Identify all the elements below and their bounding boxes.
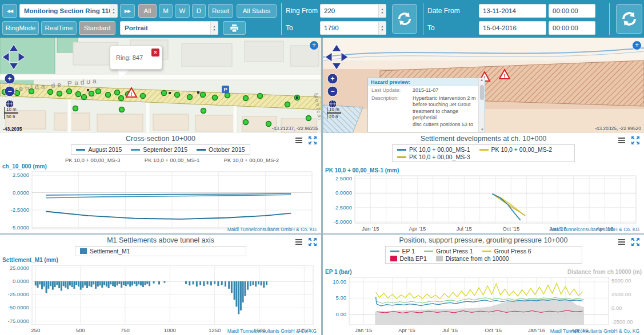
pan-down-arrow[interactable] <box>9 63 18 70</box>
select-spinner-icon[interactable]: ▲▼ <box>110 5 117 17</box>
ring-popup-text: Ring: 847 <box>116 54 143 61</box>
legend-item[interactable]: Settlement_M1 <box>80 248 130 255</box>
next-section-button[interactable]: ▶▶ <box>120 4 135 18</box>
realtime-button[interactable]: RealTime <box>41 21 77 35</box>
orientation-select[interactable]: Portrait ▲▼ <box>120 21 218 35</box>
map-pan-control[interactable]: + − <box>1 43 26 110</box>
chart-menu-icon[interactable] <box>294 136 303 145</box>
ringmode-button[interactable]: RingMode <box>2 21 39 35</box>
pan-right-arrow[interactable] <box>18 53 25 62</box>
refresh-icon <box>397 11 413 27</box>
chart-menu-icon[interactable] <box>617 237 626 247</box>
svg-text:-50.0000: -50.0000 <box>7 304 29 310</box>
range-week-button[interactable]: W <box>175 4 190 18</box>
svg-text:5000.00: 5000.00 <box>611 277 631 284</box>
popup-scrollbar[interactable]: ▲▼ <box>478 78 485 132</box>
hazard-popup-title: Hazard preview: <box>368 78 485 86</box>
map-expand-button[interactable]: + <box>632 41 642 50</box>
ring-from-label: Ring From <box>286 7 318 15</box>
chart-panel-cross-section: Cross-section 10+000 August 2015Septembe… <box>0 133 321 233</box>
legend-item[interactable]: September 2015 <box>131 146 187 153</box>
map-pan-control[interactable]: + − <box>324 43 349 110</box>
refresh-ring-button[interactable] <box>392 4 417 34</box>
date-from-input[interactable] <box>479 4 546 18</box>
legend-item[interactable]: Grout Press 1 <box>424 248 473 255</box>
pan-left-arrow[interactable] <box>325 53 332 62</box>
chart-panel-pressures: Position, support pressure, grouting pre… <box>323 235 644 335</box>
svg-text:−: − <box>7 87 11 95</box>
chart-expand-icon[interactable] <box>631 136 640 145</box>
chart-menu-icon[interactable] <box>294 237 303 247</box>
legend-item[interactable]: EP 1 <box>390 248 415 255</box>
svg-text:0.00: 0.00 <box>336 311 347 317</box>
legend-item[interactable]: August 2015 <box>76 146 122 153</box>
chart-expand-icon[interactable] <box>631 237 640 247</box>
chart-plot[interactable]: 25.00000.0000-25.0000-50.0000-75.0000250… <box>0 256 321 335</box>
section-select[interactable]: Monitoring Section Ring 110 ▲▼ <box>19 4 118 18</box>
time-from-input[interactable] <box>549 4 595 18</box>
pan-up-arrow[interactable] <box>332 45 341 51</box>
close-icon[interactable]: ✕ <box>151 49 159 56</box>
chart-title: Settlement developments at ch. 10+000 <box>323 135 644 143</box>
reset-button[interactable]: Reset <box>208 4 233 18</box>
select-spinner-icon[interactable]: ▲▼ <box>210 22 218 34</box>
date-to-input[interactable] <box>479 21 546 35</box>
time-to-input[interactable] <box>549 21 595 35</box>
range-month-button[interactable]: M <box>159 4 173 18</box>
ring-from-spinner-icon[interactable]: ▲▼ <box>378 5 386 17</box>
svg-text:PK 10,0 + 00,00_MS-2: PK 10,0 + 00,00_MS-2 <box>224 157 279 163</box>
svg-text:250: 250 <box>31 327 40 333</box>
legend-item[interactable]: PK 10,0 + 00,00_MS-1 <box>397 146 470 153</box>
standard-button[interactable]: Standard <box>79 21 115 35</box>
maps-row: Avenida de Padua Montcal <box>0 38 644 133</box>
legend-item[interactable]: PK 10,0 + 00,00_MS-2 <box>479 146 553 153</box>
svg-text:-25.0000: -25.0000 <box>7 291 29 297</box>
refresh-date-button[interactable] <box>616 4 642 34</box>
prev-section-button[interactable]: ◀◀ <box>2 4 17 18</box>
map-corner-value: -43.2035 <box>3 126 22 132</box>
ring-from-field[interactable]: ▲▼ <box>320 4 386 18</box>
chart-expand-icon[interactable] <box>308 136 317 145</box>
pan-up-arrow[interactable] <box>9 45 18 51</box>
legend-item[interactable]: October 2015 <box>197 146 245 153</box>
map-expand-button[interactable]: + <box>309 41 319 50</box>
chart-plot[interactable]: 10.005.000.005000.002500.000.00-2500.00J… <box>323 264 644 335</box>
pan-down-arrow[interactable] <box>332 63 341 70</box>
svg-text:0.0000: 0.0000 <box>13 278 29 284</box>
pan-left-arrow[interactable] <box>2 53 9 62</box>
ring-from-input[interactable] <box>320 4 386 18</box>
description-value: Hyperbaric Intervention 2 m before touch… <box>413 95 477 128</box>
map-scale: 10 m 20 ft <box>327 107 341 119</box>
watermark: Maidl Tunnelconsultants GmbH & Co. KG <box>227 227 317 232</box>
legend-item[interactable]: Distance from ch 10000 <box>436 255 509 262</box>
ring-to-field[interactable]: ▲▼ <box>320 21 386 35</box>
scale-meters: 10 m <box>4 107 18 113</box>
chart-menu-icon[interactable] <box>617 136 626 145</box>
chart-expand-icon[interactable] <box>308 237 317 247</box>
chart-plot[interactable]: 2.50000.0000-2.5000-5.0000PK 10,0 + 00,0… <box>0 155 321 233</box>
svg-text:Jan '15: Jan '15 <box>362 225 379 232</box>
legend-item[interactable]: PK 10,0 + 00,00_MS-3 <box>397 154 470 160</box>
svg-text:Jan '15: Jan '15 <box>355 327 372 333</box>
hazard-map[interactable]: ! ! Hazard preview: Last Update: 2015-11… <box>323 38 644 133</box>
chart-plot[interactable]: 2.50000.0000-2.5000-5.0000Jan '15Apr '15… <box>323 162 644 233</box>
ring-to-spinner-icon[interactable]: ▲▼ <box>378 22 386 34</box>
svg-text:PK 10,0 + 00,00_MS-3: PK 10,0 + 00,00_MS-3 <box>65 157 120 163</box>
legend-item[interactable]: Grout Press 6 <box>482 248 531 255</box>
svg-text:+: + <box>7 75 11 83</box>
print-button[interactable] <box>223 21 246 35</box>
pan-right-arrow[interactable] <box>341 53 348 62</box>
legend-item[interactable]: Delta EP1 <box>390 255 427 262</box>
svg-text:0.00: 0.00 <box>611 305 622 311</box>
all-states-button[interactable]: All States <box>237 4 277 18</box>
range-day-button[interactable]: D <box>192 4 206 18</box>
svg-text:-2500.00: -2500.00 <box>611 318 633 325</box>
svg-text:2.5000: 2.5000 <box>335 175 352 181</box>
svg-text:500: 500 <box>76 327 85 333</box>
ring-to-input[interactable] <box>320 21 386 35</box>
range-all-button[interactable]: All <box>138 4 157 18</box>
scale-meters: 10 m <box>327 107 341 113</box>
road <box>146 98 150 133</box>
street-map[interactable]: Avenida de Padua Montcal <box>0 38 321 133</box>
road <box>67 97 71 133</box>
